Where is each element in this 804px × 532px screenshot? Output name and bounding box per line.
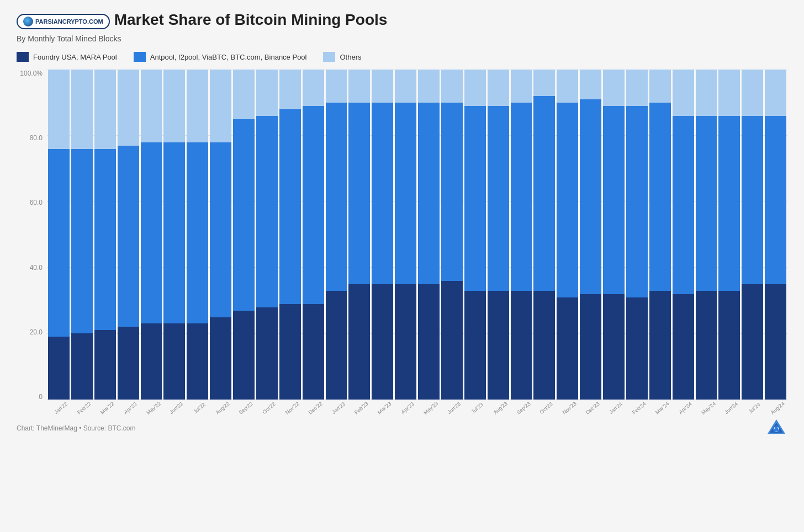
bar-stack (673, 70, 694, 400)
bar-group (580, 70, 601, 400)
x-label: Feb'24 (628, 399, 649, 417)
footer-logo-icon (765, 417, 787, 439)
bar-group (441, 70, 463, 400)
bar-antpool (696, 116, 717, 291)
bar-others (372, 70, 393, 103)
x-label: May'22 (143, 399, 163, 417)
bar-group (210, 70, 231, 400)
legend-color-1 (134, 52, 146, 62)
legend-color-0 (17, 52, 29, 62)
y-axis: 100.0%80.060.040.020.00 (17, 70, 47, 412)
x-label: Jan'24 (606, 399, 626, 417)
bar-antpool (395, 103, 416, 284)
bar-others (326, 70, 347, 103)
x-label: Apr'23 (398, 399, 418, 417)
bar-others (441, 70, 463, 103)
bar-stack (464, 70, 486, 400)
bar-foundry (303, 304, 324, 400)
bar-group (742, 70, 763, 400)
logo-globe-icon (23, 17, 33, 26)
x-label: Mar'22 (97, 399, 117, 417)
bar-group (48, 70, 70, 400)
bar-stack (511, 70, 532, 400)
bar-group (603, 70, 625, 400)
bar-group (765, 70, 786, 400)
bar-foundry (233, 311, 255, 400)
footer: Chart: TheMinerMag • Source: BTC.com (17, 417, 787, 439)
bar-others (418, 70, 440, 103)
y-label-1: 80.0 (30, 134, 47, 142)
x-label: Jul'22 (189, 399, 210, 417)
bar-others (673, 70, 694, 116)
x-label: Dec'22 (305, 399, 325, 417)
legend-item-1: Antpool, f2pool, ViaBTC, BTC.com, Binanc… (134, 52, 307, 62)
bar-foundry (418, 284, 440, 400)
bar-foundry (372, 284, 393, 400)
x-label: Aug'24 (768, 399, 788, 417)
bar-others (742, 70, 763, 116)
x-label: Jan'23 (328, 399, 348, 417)
bar-foundry (279, 304, 301, 400)
bar-stack (303, 70, 324, 400)
bar-others (765, 70, 786, 116)
bar-stack (603, 70, 625, 400)
bar-antpool (765, 116, 786, 284)
chart-title: Market Share of Bitcoin Mining Pools (114, 11, 388, 29)
bar-stack (71, 70, 93, 400)
bar-others (71, 70, 93, 149)
bar-antpool (464, 106, 486, 291)
bar-foundry (71, 333, 93, 400)
bar-stack (326, 70, 347, 400)
bar-others (348, 70, 370, 103)
legend-item-0: Foundry USA, MARA Pool (17, 52, 117, 62)
bar-antpool (441, 103, 463, 281)
bar-group (118, 70, 139, 400)
bar-group (533, 70, 555, 400)
bar-group (395, 70, 416, 400)
bar-stack (696, 70, 717, 400)
bar-foundry (256, 307, 278, 400)
x-label: Oct'22 (258, 399, 279, 417)
bar-group (372, 70, 393, 400)
bar-foundry (557, 297, 578, 400)
bar-antpool (372, 103, 393, 284)
bar-foundry (511, 291, 532, 400)
bar-antpool (557, 103, 578, 297)
bar-foundry (395, 284, 416, 400)
bar-stack (279, 70, 301, 400)
bar-group (256, 70, 278, 400)
bar-antpool (348, 103, 370, 284)
bar-stack (533, 70, 555, 400)
bar-others (395, 70, 416, 103)
bar-others (533, 70, 555, 96)
bar-foundry (441, 281, 463, 400)
bar-antpool (303, 106, 324, 304)
x-label: Oct'23 (536, 399, 557, 417)
bar-others (603, 70, 625, 106)
x-label: Jul'23 (467, 399, 487, 417)
y-label-3: 40.0 (30, 264, 47, 272)
bar-stack (488, 70, 509, 400)
bar-antpool (279, 109, 301, 304)
bar-stack (395, 70, 416, 400)
bar-foundry (163, 323, 185, 400)
bar-group (626, 70, 648, 400)
bar-group (511, 70, 532, 400)
chart-subtitle: By Monthly Total Mined Blocks (17, 34, 787, 43)
bar-stack (118, 70, 139, 400)
bar-others (163, 70, 185, 142)
bar-stack (626, 70, 648, 400)
logo-badge: PARSIANCRYPTO.COM (17, 14, 110, 29)
bar-group (71, 70, 93, 400)
bar-others (557, 70, 578, 103)
bar-stack (141, 70, 162, 400)
bars-wrapper (47, 70, 787, 400)
bar-others (696, 70, 717, 116)
x-label: Aug'23 (490, 399, 510, 417)
bar-antpool (326, 103, 347, 291)
bar-foundry (488, 291, 509, 400)
x-label: May'23 (421, 399, 441, 417)
bar-foundry (626, 297, 648, 400)
x-label: Feb'23 (351, 399, 372, 417)
bar-antpool (233, 119, 255, 311)
